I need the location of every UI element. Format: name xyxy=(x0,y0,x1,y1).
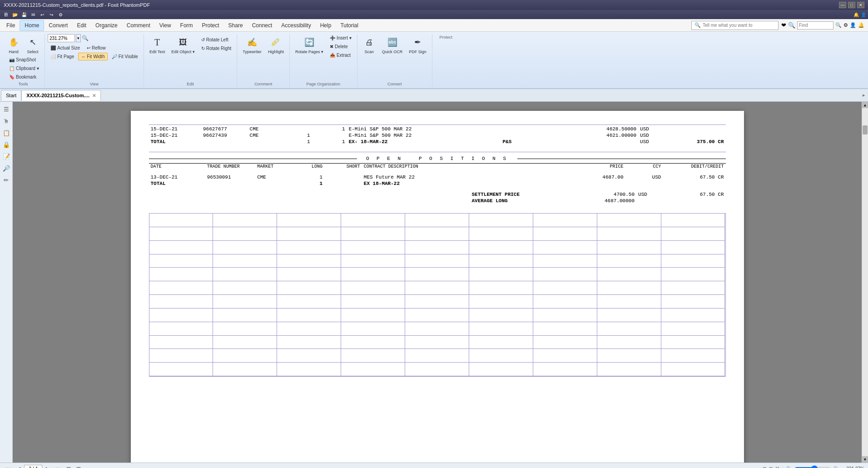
find-search-btn[interactable]: 🔍 xyxy=(835,22,842,28)
menu-organize[interactable]: Organize xyxy=(91,20,122,30)
fit-width-button[interactable]: ↔ Fit Width xyxy=(78,53,107,60)
total2-market xyxy=(255,180,287,187)
qat-settings[interactable]: ⚙ xyxy=(56,11,64,18)
menu-share[interactable]: Share xyxy=(224,20,248,30)
tab-document[interactable]: XXXX-20211215-Custom.... ✕ xyxy=(21,90,101,101)
grid-cell xyxy=(405,268,469,281)
search-icon-2[interactable]: 🔍 xyxy=(788,22,795,29)
notifications-icon[interactable]: 🔔 xyxy=(858,22,864,28)
tab-start[interactable]: Start xyxy=(1,90,21,101)
bookmark-button[interactable]: 🔖 Bookmark xyxy=(6,73,42,81)
clipboard-button[interactable]: 📋 Clipboard ▾ xyxy=(6,65,42,72)
menu-tutorial[interactable]: Tutorial xyxy=(336,20,363,30)
vertical-scrollbar[interactable]: ▲ ▼ xyxy=(862,102,868,463)
actual-size-button[interactable]: ⬛ Actual Size xyxy=(48,44,83,52)
menu-comment[interactable]: Comment xyxy=(122,20,155,30)
rotate-left-button[interactable]: ↺ Rotate Left xyxy=(198,36,234,44)
scroll-up-btn[interactable]: ▲ xyxy=(862,102,868,108)
edit-text-button[interactable]: T Edit Text xyxy=(147,34,168,56)
heart-icon[interactable]: ❤ xyxy=(781,22,786,29)
menu-form[interactable]: Form xyxy=(176,20,198,30)
nav-next-btn[interactable]: ▶ xyxy=(44,465,52,468)
menu-home[interactable]: Home xyxy=(20,20,44,31)
nav-first-btn[interactable]: ⏮ xyxy=(4,465,13,468)
zoom-dropdown-btn[interactable]: ▾ xyxy=(76,34,81,42)
zoom-in-status-btn[interactable]: 🔍 xyxy=(833,466,839,468)
search-input[interactable] xyxy=(703,23,775,28)
grid-cell xyxy=(405,349,469,363)
reflow-button[interactable]: ↩ Reflow xyxy=(84,44,109,52)
hand-tool-button[interactable]: ✋ Hand xyxy=(5,34,23,56)
ribbon-group-page-org: 🔄 Rotate Pages ▾ ➕ Insert ▾ ✖ Delete 📤 E… xyxy=(290,34,357,87)
menu-help[interactable]: Help xyxy=(316,20,336,30)
scroll-down-btn[interactable]: ▼ xyxy=(862,456,868,463)
nav-fit-btn[interactable]: ⊡ xyxy=(64,465,73,468)
sidebar-search-icon[interactable]: 🔎 xyxy=(1,163,12,174)
qat-save[interactable]: 💾 xyxy=(20,11,28,18)
close-button[interactable]: ✕ xyxy=(857,2,864,8)
notification-icon[interactable]: 🔔 xyxy=(853,12,859,17)
grid-cell xyxy=(469,254,533,268)
scan-button[interactable]: 🖨 Scan xyxy=(360,34,378,56)
grid-cell xyxy=(469,322,533,336)
qat-undo[interactable]: ↩ xyxy=(38,11,46,18)
highlight-button[interactable]: 🖊 Highlight xyxy=(265,34,287,56)
tab-expand-icon[interactable]: ▸ xyxy=(861,90,867,100)
menu-file[interactable]: File xyxy=(2,20,20,30)
nav-select-btn[interactable]: ⊞ xyxy=(74,465,83,468)
menu-edit[interactable]: Edit xyxy=(72,20,91,30)
menu-connect[interactable]: Connect xyxy=(248,20,277,30)
sidebar-lock-icon[interactable]: 🔒 xyxy=(1,139,12,150)
sidebar-cursor-icon[interactable]: 🖱 xyxy=(1,115,12,126)
nav-last-btn[interactable]: ⏭ xyxy=(54,465,63,468)
find-input[interactable] xyxy=(797,21,833,30)
maximize-button[interactable]: □ xyxy=(848,2,855,8)
fit-page-button[interactable]: ⬜ Fit Page xyxy=(48,53,77,60)
qat-new[interactable]: 🖹 xyxy=(2,11,10,18)
fit-visible-button[interactable]: 🔎 Fit Visible xyxy=(109,53,141,60)
scrollbar-thumb[interactable] xyxy=(863,125,868,134)
user-profile-icon[interactable]: 👤 xyxy=(850,22,856,28)
minimize-button[interactable]: — xyxy=(839,2,846,8)
qat-redo[interactable]: ↪ xyxy=(47,11,55,18)
menu-convert[interactable]: Convert xyxy=(44,20,72,30)
grid-cell xyxy=(149,363,213,376)
find-settings-icon[interactable]: ⚙ xyxy=(843,22,848,28)
insert-button[interactable]: ➕ Insert ▾ xyxy=(327,34,354,42)
zoom-slider[interactable] xyxy=(794,465,831,468)
sidebar-hand-icon[interactable]: ☰ xyxy=(1,104,12,115)
quick-ocr-button[interactable]: 🔤 Quick OCR xyxy=(379,34,406,56)
snapshot-button[interactable]: 📷 SnapShot xyxy=(6,56,42,64)
layout-icon-2[interactable]: ⊟ xyxy=(769,466,773,468)
extract-button[interactable]: 📤 Extract xyxy=(327,51,354,59)
zoom-input[interactable] xyxy=(48,34,75,42)
page-input[interactable] xyxy=(24,465,42,468)
pdf-viewer[interactable]: 15-DEC-21 96627677 CME 1 E-Mini S&P 500 … xyxy=(13,102,862,463)
zoom-out-btn[interactable]: 🔍 xyxy=(82,35,89,41)
grid-cell xyxy=(277,322,341,336)
header-row: DATE TRADE NUMBER MARKET LONG SHORT CONT… xyxy=(149,164,726,170)
sidebar-annotate-icon[interactable]: ✏ xyxy=(1,174,12,185)
rotate-right-button[interactable]: ↻ Rotate Right xyxy=(198,45,234,52)
menu-view[interactable]: View xyxy=(155,20,176,30)
select-tool-button[interactable]: ↖ Select xyxy=(24,34,42,56)
qat-open[interactable]: 📂 xyxy=(11,11,19,18)
user-icon[interactable]: 👤 xyxy=(861,12,866,17)
tab-close-button[interactable]: ✕ xyxy=(92,93,96,98)
menu-accessibility[interactable]: Accessibility xyxy=(277,20,315,30)
nav-prev-btn[interactable]: ◀ xyxy=(15,465,22,468)
rotate-pages-button[interactable]: 🔄 Rotate Pages ▾ xyxy=(293,34,326,56)
delete-button[interactable]: ✖ Delete xyxy=(327,43,354,50)
delete-label: Delete xyxy=(335,44,348,49)
sidebar-pages-icon[interactable]: 📋 xyxy=(1,127,12,138)
edit-object-button[interactable]: 🖼 Edit Object ▾ xyxy=(169,34,198,56)
sidebar-edit-icon[interactable]: 📝 xyxy=(1,151,12,162)
layout-icon-1[interactable]: ⊞ xyxy=(763,466,766,468)
pdf-sign-button[interactable]: ✒ PDF Sign xyxy=(406,34,429,56)
zoom-out-status-btn[interactable]: 🔍 xyxy=(786,466,792,468)
menu-protect[interactable]: Protect xyxy=(198,20,224,30)
layout-icon-3[interactable]: ☷ xyxy=(775,466,779,468)
qat-email[interactable]: ✉ xyxy=(29,11,37,18)
typewriter-button[interactable]: ✍ Typewriter xyxy=(240,34,264,56)
grid-cell xyxy=(341,241,405,254)
